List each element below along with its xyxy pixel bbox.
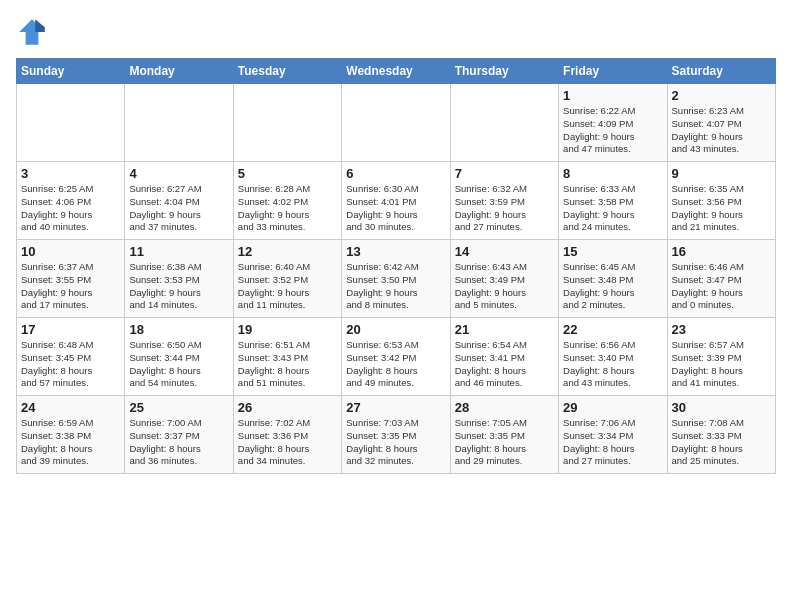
day-number: 24	[21, 400, 120, 415]
calendar-cell: 6Sunrise: 6:30 AM Sunset: 4:01 PM Daylig…	[342, 162, 450, 240]
calendar-cell: 3Sunrise: 6:25 AM Sunset: 4:06 PM Daylig…	[17, 162, 125, 240]
day-number: 25	[129, 400, 228, 415]
day-number: 12	[238, 244, 337, 259]
day-info: Sunrise: 6:27 AM Sunset: 4:04 PM Dayligh…	[129, 183, 228, 234]
svg-marker-1	[35, 19, 45, 32]
calendar-cell: 8Sunrise: 6:33 AM Sunset: 3:58 PM Daylig…	[559, 162, 667, 240]
calendar-cell: 9Sunrise: 6:35 AM Sunset: 3:56 PM Daylig…	[667, 162, 775, 240]
day-info: Sunrise: 6:28 AM Sunset: 4:02 PM Dayligh…	[238, 183, 337, 234]
day-number: 29	[563, 400, 662, 415]
calendar-cell	[125, 84, 233, 162]
day-info: Sunrise: 6:22 AM Sunset: 4:09 PM Dayligh…	[563, 105, 662, 156]
day-info: Sunrise: 6:45 AM Sunset: 3:48 PM Dayligh…	[563, 261, 662, 312]
day-number: 16	[672, 244, 771, 259]
day-number: 2	[672, 88, 771, 103]
day-number: 27	[346, 400, 445, 415]
day-info: Sunrise: 7:08 AM Sunset: 3:33 PM Dayligh…	[672, 417, 771, 468]
header-cell-friday: Friday	[559, 59, 667, 84]
day-info: Sunrise: 6:54 AM Sunset: 3:41 PM Dayligh…	[455, 339, 554, 390]
header-cell-monday: Monday	[125, 59, 233, 84]
day-number: 15	[563, 244, 662, 259]
day-info: Sunrise: 6:38 AM Sunset: 3:53 PM Dayligh…	[129, 261, 228, 312]
day-info: Sunrise: 6:43 AM Sunset: 3:49 PM Dayligh…	[455, 261, 554, 312]
week-row-5: 24Sunrise: 6:59 AM Sunset: 3:38 PM Dayli…	[17, 396, 776, 474]
day-info: Sunrise: 6:35 AM Sunset: 3:56 PM Dayligh…	[672, 183, 771, 234]
day-info: Sunrise: 6:46 AM Sunset: 3:47 PM Dayligh…	[672, 261, 771, 312]
day-number: 4	[129, 166, 228, 181]
calendar-cell: 23Sunrise: 6:57 AM Sunset: 3:39 PM Dayli…	[667, 318, 775, 396]
calendar-cell: 27Sunrise: 7:03 AM Sunset: 3:35 PM Dayli…	[342, 396, 450, 474]
day-number: 19	[238, 322, 337, 337]
week-row-2: 3Sunrise: 6:25 AM Sunset: 4:06 PM Daylig…	[17, 162, 776, 240]
calendar-table: SundayMondayTuesdayWednesdayThursdayFrid…	[16, 58, 776, 474]
calendar-cell: 13Sunrise: 6:42 AM Sunset: 3:50 PM Dayli…	[342, 240, 450, 318]
day-info: Sunrise: 7:00 AM Sunset: 3:37 PM Dayligh…	[129, 417, 228, 468]
calendar-cell: 1Sunrise: 6:22 AM Sunset: 4:09 PM Daylig…	[559, 84, 667, 162]
day-number: 9	[672, 166, 771, 181]
calendar-cell: 30Sunrise: 7:08 AM Sunset: 3:33 PM Dayli…	[667, 396, 775, 474]
day-info: Sunrise: 6:48 AM Sunset: 3:45 PM Dayligh…	[21, 339, 120, 390]
day-number: 20	[346, 322, 445, 337]
day-info: Sunrise: 6:32 AM Sunset: 3:59 PM Dayligh…	[455, 183, 554, 234]
calendar-cell: 15Sunrise: 6:45 AM Sunset: 3:48 PM Dayli…	[559, 240, 667, 318]
calendar-cell	[17, 84, 125, 162]
day-number: 8	[563, 166, 662, 181]
day-number: 17	[21, 322, 120, 337]
calendar-cell: 14Sunrise: 6:43 AM Sunset: 3:49 PM Dayli…	[450, 240, 558, 318]
calendar-cell: 17Sunrise: 6:48 AM Sunset: 3:45 PM Dayli…	[17, 318, 125, 396]
calendar-cell: 28Sunrise: 7:05 AM Sunset: 3:35 PM Dayli…	[450, 396, 558, 474]
day-info: Sunrise: 6:59 AM Sunset: 3:38 PM Dayligh…	[21, 417, 120, 468]
day-info: Sunrise: 6:23 AM Sunset: 4:07 PM Dayligh…	[672, 105, 771, 156]
calendar-cell: 21Sunrise: 6:54 AM Sunset: 3:41 PM Dayli…	[450, 318, 558, 396]
day-info: Sunrise: 7:05 AM Sunset: 3:35 PM Dayligh…	[455, 417, 554, 468]
day-number: 5	[238, 166, 337, 181]
day-info: Sunrise: 6:33 AM Sunset: 3:58 PM Dayligh…	[563, 183, 662, 234]
calendar-cell: 25Sunrise: 7:00 AM Sunset: 3:37 PM Dayli…	[125, 396, 233, 474]
logo	[16, 16, 52, 48]
calendar-cell	[342, 84, 450, 162]
day-info: Sunrise: 6:50 AM Sunset: 3:44 PM Dayligh…	[129, 339, 228, 390]
calendar-cell: 11Sunrise: 6:38 AM Sunset: 3:53 PM Dayli…	[125, 240, 233, 318]
day-info: Sunrise: 6:40 AM Sunset: 3:52 PM Dayligh…	[238, 261, 337, 312]
day-info: Sunrise: 6:51 AM Sunset: 3:43 PM Dayligh…	[238, 339, 337, 390]
header-cell-saturday: Saturday	[667, 59, 775, 84]
header	[16, 16, 776, 48]
day-number: 6	[346, 166, 445, 181]
calendar-cell: 20Sunrise: 6:53 AM Sunset: 3:42 PM Dayli…	[342, 318, 450, 396]
day-number: 1	[563, 88, 662, 103]
calendar-cell: 24Sunrise: 6:59 AM Sunset: 3:38 PM Dayli…	[17, 396, 125, 474]
header-cell-thursday: Thursday	[450, 59, 558, 84]
day-info: Sunrise: 6:37 AM Sunset: 3:55 PM Dayligh…	[21, 261, 120, 312]
calendar-cell: 4Sunrise: 6:27 AM Sunset: 4:04 PM Daylig…	[125, 162, 233, 240]
logo-icon	[16, 16, 48, 48]
day-info: Sunrise: 6:25 AM Sunset: 4:06 PM Dayligh…	[21, 183, 120, 234]
calendar-cell: 5Sunrise: 6:28 AM Sunset: 4:02 PM Daylig…	[233, 162, 341, 240]
day-info: Sunrise: 7:03 AM Sunset: 3:35 PM Dayligh…	[346, 417, 445, 468]
day-number: 3	[21, 166, 120, 181]
calendar-cell: 22Sunrise: 6:56 AM Sunset: 3:40 PM Dayli…	[559, 318, 667, 396]
day-info: Sunrise: 6:30 AM Sunset: 4:01 PM Dayligh…	[346, 183, 445, 234]
day-number: 21	[455, 322, 554, 337]
calendar-cell: 16Sunrise: 6:46 AM Sunset: 3:47 PM Dayli…	[667, 240, 775, 318]
calendar-cell	[233, 84, 341, 162]
calendar-cell: 29Sunrise: 7:06 AM Sunset: 3:34 PM Dayli…	[559, 396, 667, 474]
calendar-cell: 12Sunrise: 6:40 AM Sunset: 3:52 PM Dayli…	[233, 240, 341, 318]
day-info: Sunrise: 6:42 AM Sunset: 3:50 PM Dayligh…	[346, 261, 445, 312]
calendar-cell: 10Sunrise: 6:37 AM Sunset: 3:55 PM Dayli…	[17, 240, 125, 318]
week-row-1: 1Sunrise: 6:22 AM Sunset: 4:09 PM Daylig…	[17, 84, 776, 162]
header-cell-tuesday: Tuesday	[233, 59, 341, 84]
header-cell-sunday: Sunday	[17, 59, 125, 84]
day-number: 23	[672, 322, 771, 337]
day-number: 22	[563, 322, 662, 337]
calendar-body: 1Sunrise: 6:22 AM Sunset: 4:09 PM Daylig…	[17, 84, 776, 474]
day-number: 28	[455, 400, 554, 415]
calendar-cell: 7Sunrise: 6:32 AM Sunset: 3:59 PM Daylig…	[450, 162, 558, 240]
week-row-4: 17Sunrise: 6:48 AM Sunset: 3:45 PM Dayli…	[17, 318, 776, 396]
calendar-header: SundayMondayTuesdayWednesdayThursdayFrid…	[17, 59, 776, 84]
day-number: 7	[455, 166, 554, 181]
day-info: Sunrise: 6:56 AM Sunset: 3:40 PM Dayligh…	[563, 339, 662, 390]
day-info: Sunrise: 6:57 AM Sunset: 3:39 PM Dayligh…	[672, 339, 771, 390]
day-info: Sunrise: 6:53 AM Sunset: 3:42 PM Dayligh…	[346, 339, 445, 390]
day-number: 13	[346, 244, 445, 259]
day-info: Sunrise: 7:02 AM Sunset: 3:36 PM Dayligh…	[238, 417, 337, 468]
